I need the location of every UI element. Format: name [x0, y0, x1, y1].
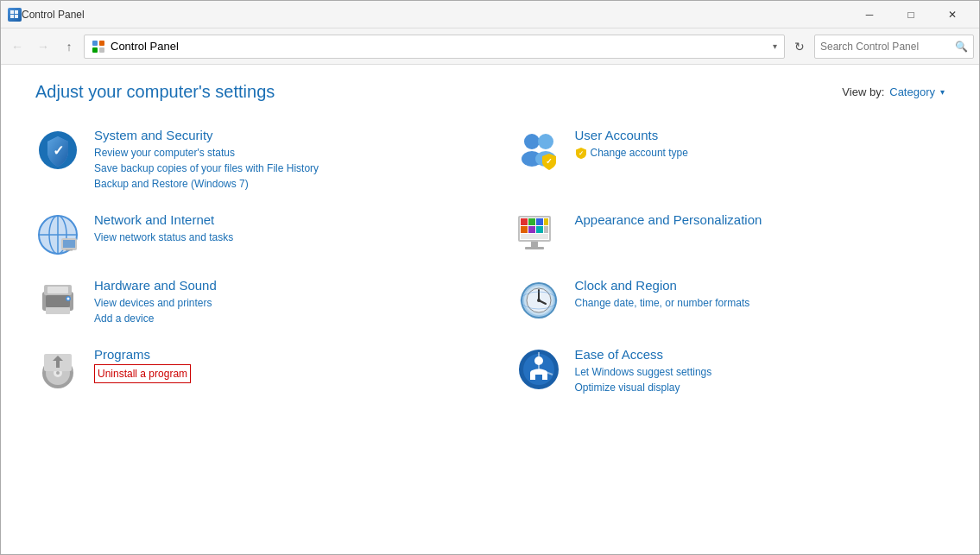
svg-rect-40	[47, 287, 68, 293]
view-by-label: View by:	[842, 85, 884, 98]
svg-rect-36	[525, 247, 544, 249]
svg-rect-57	[56, 361, 60, 368]
svg-text:✓: ✓	[53, 143, 64, 158]
minimize-button[interactable]: ─	[850, 1, 889, 28]
svg-point-50	[537, 299, 541, 302]
titlebar: Control Panel ─ □ ✕	[1, 1, 979, 28]
user-accounts-icon: ✓	[516, 128, 561, 173]
system-security-link[interactable]: System and Security	[94, 128, 465, 142]
search-box[interactable]: 🔍	[814, 35, 974, 59]
svg-rect-7	[99, 47, 104, 53]
svg-text:✓: ✓	[579, 150, 584, 156]
page-title: Adjust your computer's settings	[35, 82, 275, 102]
category-system-security: ✓ System and Security Review your comput…	[35, 128, 465, 192]
address-dropdown-button[interactable]: ▾	[773, 41, 777, 51]
ease-of-access-sub-2[interactable]: Optimize visual display	[575, 380, 945, 395]
category-appearance: Appearance and Personalization	[516, 212, 945, 257]
svg-rect-5	[99, 41, 104, 46]
clock-link[interactable]: Clock and Region	[575, 278, 945, 293]
svg-rect-35	[531, 242, 538, 247]
categories-grid: ✓ System and Security Review your comput…	[35, 128, 945, 416]
svg-rect-6	[92, 47, 98, 53]
programs-link[interactable]: Programs	[94, 347, 465, 362]
clock-sub-1[interactable]: Change date, time, or number formats	[575, 295, 945, 311]
svg-rect-41	[46, 307, 70, 314]
network-sub-1[interactable]: View network status and tasks	[94, 230, 465, 245]
ease-of-access-icon	[516, 347, 561, 392]
category-network: Network and Internet View network status…	[35, 212, 465, 257]
svg-rect-26	[521, 218, 528, 225]
system-security-icon: ✓	[35, 128, 80, 173]
search-icon: 🔍	[955, 41, 968, 53]
hardware-icon	[35, 278, 80, 323]
system-security-sub-3[interactable]: Backup and Restore (Windows 7)	[94, 176, 465, 192]
app-icon	[8, 8, 22, 22]
programs-text: Programs Uninstall a program	[94, 347, 465, 383]
refresh-button[interactable]: ↻	[788, 35, 811, 58]
svg-rect-4	[92, 41, 98, 46]
window-controls: ─ □ ✕	[850, 1, 972, 28]
forward-button[interactable]: →	[32, 35, 54, 58]
network-link[interactable]: Network and Internet	[94, 212, 465, 227]
user-accounts-text: User Accounts ✓ Change account type	[575, 128, 945, 161]
ease-of-access-text: Ease of Access Let Windows suggest setti…	[575, 347, 945, 395]
hardware-sub-2[interactable]: Add a device	[94, 311, 465, 326]
svg-rect-29	[544, 218, 548, 225]
svg-rect-30	[521, 226, 528, 233]
svg-rect-1	[15, 10, 18, 14]
svg-rect-33	[544, 226, 548, 233]
user-accounts-link[interactable]: User Accounts	[575, 128, 945, 142]
ease-of-access-sub-1[interactable]: Let Windows suggest settings	[575, 364, 945, 380]
svg-point-43	[67, 298, 70, 300]
svg-rect-3	[15, 15, 18, 18]
svg-point-12	[538, 134, 553, 149]
up-button[interactable]: ↑	[58, 35, 80, 58]
svg-rect-27	[528, 218, 535, 225]
network-icon	[35, 212, 80, 257]
svg-rect-34	[521, 234, 548, 239]
appearance-icon	[516, 212, 561, 257]
svg-rect-0	[10, 10, 14, 14]
clock-text: Clock and Region Change date, time, or n…	[575, 278, 945, 311]
view-by-arrow-icon[interactable]: ▾	[940, 87, 945, 97]
ease-of-access-link[interactable]: Ease of Access	[575, 347, 945, 362]
svg-rect-31	[528, 226, 535, 233]
hardware-link[interactable]: Hardware and Sound	[94, 278, 465, 293]
programs-icon	[35, 347, 80, 392]
system-security-text: System and Security Review your computer…	[94, 128, 465, 192]
addressbar: ← → ↑ Control Panel ▾ ↻ 🔍	[1, 28, 979, 65]
maximize-button[interactable]: □	[891, 1, 931, 28]
svg-rect-32	[536, 226, 543, 233]
svg-rect-28	[536, 218, 543, 225]
category-user-accounts: ✓ User Accounts ✓ Change account type	[516, 128, 945, 192]
clock-icon	[516, 278, 561, 323]
content-header: Adjust your computer's settings View by:…	[35, 82, 945, 102]
window: Control Panel ─ □ ✕ ← → ↑ Control Panel …	[0, 0, 980, 555]
category-programs: Programs Uninstall a program	[35, 347, 465, 395]
appearance-link[interactable]: Appearance and Personalization	[575, 212, 945, 227]
window-title: Control Panel	[22, 9, 850, 21]
view-by-control: View by: Category ▾	[842, 85, 945, 98]
main-content: Adjust your computer's settings View by:…	[1, 65, 979, 554]
svg-rect-2	[10, 15, 14, 18]
svg-point-10	[524, 134, 540, 149]
close-button[interactable]: ✕	[933, 1, 972, 28]
system-security-sub-2[interactable]: Save backup copies of your files with Fi…	[94, 161, 465, 176]
view-by-value[interactable]: Category	[889, 85, 935, 98]
search-input[interactable]	[820, 41, 952, 53]
back-button[interactable]: ←	[6, 35, 28, 58]
svg-point-55	[56, 371, 60, 375]
system-security-sub-1[interactable]: Review your computer's status	[94, 145, 465, 161]
address-box[interactable]: Control Panel ▾	[84, 35, 785, 59]
programs-sub-1[interactable]: Uninstall a program	[94, 364, 191, 383]
svg-text:✓: ✓	[546, 157, 553, 166]
address-icon	[92, 40, 105, 54]
user-accounts-sub-1[interactable]: Change account type	[591, 145, 688, 161]
svg-rect-23	[66, 249, 73, 251]
shield-badge-icon: ✓	[575, 147, 587, 159]
hardware-sub-1[interactable]: View devices and printers	[94, 295, 465, 311]
appearance-text: Appearance and Personalization	[575, 212, 945, 230]
network-text: Network and Internet View network status…	[94, 212, 465, 245]
breadcrumb: Control Panel	[111, 40, 179, 53]
svg-rect-22	[63, 240, 75, 248]
